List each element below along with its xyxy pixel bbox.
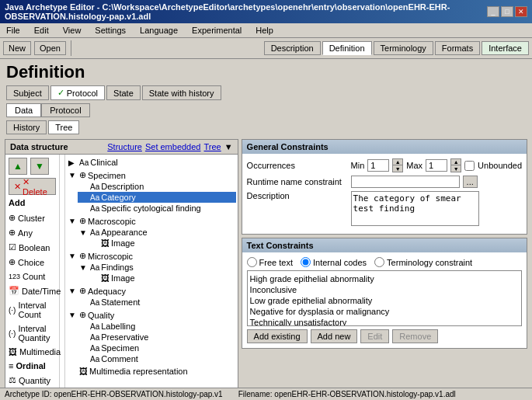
- tab-terminology[interactable]: Terminology: [374, 41, 433, 55]
- tab-history[interactable]: History: [6, 120, 47, 134]
- tab-interface[interactable]: Interface: [482, 41, 529, 55]
- tree-node-description-row[interactable]: Aa Description: [78, 181, 236, 192]
- tree-node-cytological-row[interactable]: Aa Specific cytological finding: [78, 203, 236, 214]
- tree-node-appearance-row[interactable]: ▼ Aa Appearance: [78, 227, 236, 238]
- add-cluster[interactable]: ⊕ Cluster: [9, 212, 56, 224]
- image2-node-icon: 🖼: [101, 273, 110, 283]
- list-item[interactable]: High grade epithelial abnormality: [250, 273, 519, 284]
- new-button[interactable]: New: [3, 41, 31, 55]
- tab-description[interactable]: Description: [264, 41, 321, 55]
- add-interval-count[interactable]: (·) Interval Count: [9, 300, 56, 320]
- window-controls[interactable]: _ □ ✕: [487, 6, 527, 17]
- tree-node-preservative-row[interactable]: Aa Preservative: [78, 332, 236, 343]
- menu-help[interactable]: Help: [252, 25, 276, 36]
- tree-node-image2-row[interactable]: 🖼 Image: [89, 273, 236, 283]
- inner-tab-protocol[interactable]: Protocol: [41, 103, 89, 117]
- archetype-id-status: Archetype ID: openEHR-EHR-OBSERVATION.hi…: [5, 390, 223, 398]
- free-text-radio[interactable]: [247, 257, 257, 267]
- tab-definition[interactable]: Definition: [322, 41, 372, 55]
- delete-button[interactable]: ✕ ✕ Delete: [9, 178, 56, 195]
- unbounded-checkbox[interactable]: [464, 161, 475, 171]
- description-textarea[interactable]: The category of smear test finding: [351, 191, 479, 226]
- tree-node-specimen-row[interactable]: ▼ ⊕ Specimen: [67, 169, 236, 181]
- tree-node-clinical-row[interactable]: ▶ Aa Clinical: [67, 157, 236, 168]
- internal-codes-label: Internal codes: [313, 258, 367, 267]
- tab-formats[interactable]: Formats: [435, 41, 480, 55]
- add-multimedia[interactable]: 🖼 Multimedia: [9, 346, 56, 357]
- inner-tab-data[interactable]: Data: [6, 103, 41, 117]
- add-interval-quantity[interactable]: (·) Interval Quantity: [9, 323, 56, 343]
- tab-state-with-history[interactable]: State with history: [142, 85, 221, 100]
- tree-link[interactable]: Tree: [203, 142, 221, 151]
- runtime-browse-button[interactable]: ...: [463, 176, 478, 188]
- add-quantity[interactable]: ⚖ Quantity: [9, 374, 56, 386]
- add-datetime[interactable]: 📅 Date/Time: [9, 285, 56, 297]
- internal-codes-option[interactable]: Internal codes: [301, 257, 367, 267]
- add-count[interactable]: 123 Count: [9, 271, 56, 282]
- tree-node-labelling-row[interactable]: Aa Labelling: [78, 321, 236, 332]
- tree-node-specimen2-row[interactable]: Aa Specimen: [78, 343, 236, 353]
- terminology-constraint-radio[interactable]: [374, 257, 384, 267]
- tree-node-comment-row[interactable]: Aa Comment: [78, 353, 236, 364]
- add-existing-button[interactable]: Add existing: [247, 329, 308, 343]
- structure-link[interactable]: Structure: [107, 142, 142, 151]
- tree-node-quality-row[interactable]: ▼ ⊕ Quality: [67, 309, 236, 321]
- max-up-arrow[interactable]: ▲: [451, 159, 461, 165]
- tab-tree[interactable]: Tree: [48, 120, 79, 134]
- menu-settings[interactable]: Settings: [92, 25, 129, 36]
- add-ordinal[interactable]: ≡ Ordinal: [9, 360, 56, 371]
- runtime-input[interactable]: [351, 176, 460, 188]
- move-down-button[interactable]: ▼: [30, 158, 49, 175]
- adequacy-expand-icon: ▼: [68, 287, 78, 295]
- multimedia-icon: 🖼: [9, 347, 17, 357]
- max-down-arrow[interactable]: ▼: [451, 165, 461, 172]
- max-spinner[interactable]: ▲ ▼: [450, 158, 461, 172]
- close-button[interactable]: ✕: [515, 6, 527, 17]
- menu-view[interactable]: View: [60, 25, 85, 36]
- min-up-arrow[interactable]: ▲: [393, 159, 402, 165]
- list-item[interactable]: Low grade epithelial abnormality: [250, 295, 519, 306]
- min-spinner[interactable]: ▲ ▼: [392, 158, 403, 172]
- remove-button[interactable]: Remove: [392, 329, 438, 343]
- move-up-button[interactable]: ▲: [9, 158, 27, 175]
- tab-state[interactable]: State: [106, 85, 141, 100]
- add-boolean[interactable]: ☑ Boolean: [9, 242, 56, 253]
- data-protocol-tabs: Data Protocol: [0, 102, 532, 119]
- min-down-arrow[interactable]: ▼: [393, 165, 402, 172]
- terminology-constraint-option[interactable]: Terminology constraint: [374, 257, 472, 267]
- tree-node-macroscopic-row[interactable]: ▼ ⊕ Macroscopic: [67, 215, 236, 227]
- tree-node-adequacy-row[interactable]: ▼ ⊕ Adequacy: [67, 285, 236, 297]
- min-input[interactable]: [367, 159, 389, 172]
- list-item[interactable]: Technically unsatisfactory: [250, 317, 519, 326]
- list-item[interactable]: Negative for dysplasia or malignancy: [250, 306, 519, 317]
- max-input[interactable]: [426, 159, 447, 172]
- labelling-node-label: Labelling: [101, 322, 135, 331]
- tree-node-microscopic-row[interactable]: ▼ ⊕ Microscopic: [67, 250, 236, 262]
- tree-node-quality: ▼ ⊕ Quality Aa Labelling Aa P: [67, 308, 236, 365]
- preservative-node-label: Preservative: [101, 332, 148, 342]
- internal-codes-radio[interactable]: [301, 257, 311, 267]
- add-new-button[interactable]: Add new: [311, 329, 358, 343]
- tab-protocol[interactable]: ✓ Protocol: [50, 85, 105, 100]
- menu-language[interactable]: Language: [137, 25, 181, 36]
- comment-node-icon: Aa: [90, 355, 99, 363]
- edit-button[interactable]: Edit: [360, 329, 389, 343]
- add-choice[interactable]: ⊕ Choice: [9, 256, 56, 268]
- menu-file[interactable]: File: [3, 25, 23, 36]
- menu-edit[interactable]: Edit: [31, 25, 52, 36]
- free-text-option[interactable]: Free text: [247, 257, 293, 267]
- maximize-button[interactable]: □: [501, 6, 513, 17]
- tree-node-multimedia-row[interactable]: 🖼 Multimedia representation: [67, 366, 236, 377]
- open-button[interactable]: Open: [34, 41, 66, 55]
- add-any[interactable]: ⊕ Any: [9, 227, 56, 238]
- minimize-button[interactable]: _: [487, 6, 499, 17]
- tree-node-statement-row[interactable]: Aa Statement: [78, 297, 236, 308]
- set-embedded-link[interactable]: Set embedded: [145, 142, 201, 151]
- text-items-list[interactable]: High grade epithelial abnormality Inconc…: [247, 270, 522, 326]
- tree-node-category-row[interactable]: Aa Category: [78, 192, 236, 203]
- tree-node-findings-row[interactable]: ▼ Aa Findings: [78, 262, 236, 273]
- menu-experimental[interactable]: Experimental: [189, 25, 245, 36]
- tab-subject[interactable]: Subject: [6, 85, 49, 100]
- list-item[interactable]: Inconclusive: [250, 284, 519, 295]
- tree-node-image1-row[interactable]: 🖼 Image: [89, 238, 236, 249]
